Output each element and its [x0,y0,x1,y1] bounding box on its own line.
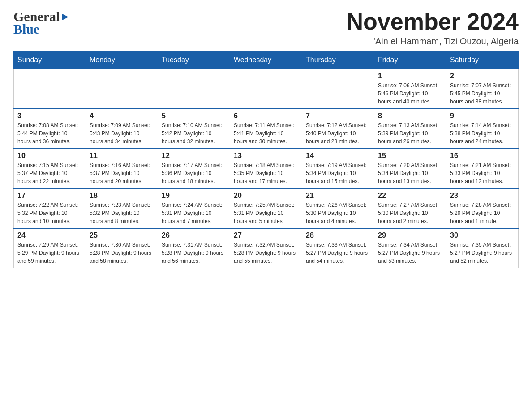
header-wednesday: Wednesday [230,51,302,69]
day-info: Sunrise: 7:11 AM Sunset: 5:41 PM Dayligh… [234,121,298,146]
day-info: Sunrise: 7:30 AM Sunset: 5:28 PM Dayligh… [90,241,154,265]
day-info: Sunrise: 7:29 AM Sunset: 5:29 PM Dayligh… [17,241,82,265]
day-info: Sunrise: 7:34 AM Sunset: 5:27 PM Dayligh… [378,241,442,265]
day-info: Sunrise: 7:19 AM Sunset: 5:34 PM Dayligh… [306,161,370,185]
day-number: 30 [450,231,515,240]
svg-marker-0 [62,14,69,20]
calendar-cell [86,69,158,109]
calendar-cell: 22Sunrise: 7:27 AM Sunset: 5:30 PM Dayli… [374,188,446,228]
week-row-5: 24Sunrise: 7:29 AM Sunset: 5:29 PM Dayli… [14,228,519,268]
calendar-cell: 17Sunrise: 7:22 AM Sunset: 5:32 PM Dayli… [14,188,86,228]
day-number: 8 [378,112,442,120]
calendar-cell: 20Sunrise: 7:25 AM Sunset: 5:31 PM Dayli… [230,188,302,228]
calendar-cell: 8Sunrise: 7:13 AM Sunset: 5:39 PM Daylig… [374,109,446,149]
calendar-cell: 1Sunrise: 7:06 AM Sunset: 5:46 PM Daylig… [374,69,446,109]
day-info: Sunrise: 7:09 AM Sunset: 5:43 PM Dayligh… [90,121,154,146]
day-info: Sunrise: 7:28 AM Sunset: 5:29 PM Dayligh… [450,201,515,225]
day-number: 2 [450,72,515,80]
calendar-cell: 24Sunrise: 7:29 AM Sunset: 5:29 PM Dayli… [14,228,86,268]
logo-triangle-icon [60,12,70,22]
day-number: 29 [378,231,442,240]
calendar-cell: 27Sunrise: 7:32 AM Sunset: 5:28 PM Dayli… [230,228,302,268]
day-number: 9 [450,112,515,120]
month-title: November 2024 [347,9,519,34]
day-info: Sunrise: 7:31 AM Sunset: 5:28 PM Dayligh… [162,241,226,265]
day-number: 23 [450,192,515,200]
day-info: Sunrise: 7:35 AM Sunset: 5:27 PM Dayligh… [450,241,515,265]
day-info: Sunrise: 7:22 AM Sunset: 5:32 PM Dayligh… [17,201,82,225]
week-row-4: 17Sunrise: 7:22 AM Sunset: 5:32 PM Dayli… [14,188,519,228]
day-number: 21 [306,192,370,200]
calendar-cell [158,69,230,109]
calendar-cell: 15Sunrise: 7:20 AM Sunset: 5:34 PM Dayli… [374,149,446,188]
day-info: Sunrise: 7:14 AM Sunset: 5:38 PM Dayligh… [450,121,515,146]
day-info: Sunrise: 7:27 AM Sunset: 5:30 PM Dayligh… [378,201,442,225]
day-info: Sunrise: 7:20 AM Sunset: 5:34 PM Dayligh… [378,161,442,185]
day-number: 11 [90,152,154,160]
calendar-cell: 28Sunrise: 7:33 AM Sunset: 5:27 PM Dayli… [302,228,374,268]
day-number: 22 [378,192,442,200]
day-number: 12 [162,152,226,160]
logo-blue-text: Blue [13,21,39,37]
calendar-cell: 11Sunrise: 7:16 AM Sunset: 5:37 PM Dayli… [86,149,158,188]
calendar-cell: 12Sunrise: 7:17 AM Sunset: 5:36 PM Dayli… [158,149,230,188]
calendar-cell: 19Sunrise: 7:24 AM Sunset: 5:31 PM Dayli… [158,188,230,228]
day-info: Sunrise: 7:24 AM Sunset: 5:31 PM Dayligh… [162,201,226,225]
day-info: Sunrise: 7:25 AM Sunset: 5:31 PM Dayligh… [234,201,298,225]
day-number: 14 [306,152,370,160]
calendar-cell: 21Sunrise: 7:26 AM Sunset: 5:30 PM Dayli… [302,188,374,228]
calendar-table: SundayMondayTuesdayWednesdayThursdayFrid… [13,51,519,268]
calendar-cell [302,69,374,109]
page-header: General Blue November 2024 'Ain el Hamma… [13,9,519,47]
calendar-cell: 18Sunrise: 7:23 AM Sunset: 5:32 PM Dayli… [86,188,158,228]
calendar-cell: 9Sunrise: 7:14 AM Sunset: 5:38 PM Daylig… [446,109,519,149]
calendar-cell: 5Sunrise: 7:10 AM Sunset: 5:42 PM Daylig… [158,109,230,149]
day-number: 27 [234,231,298,240]
day-number: 1 [378,72,442,80]
day-number: 6 [234,112,298,120]
day-info: Sunrise: 7:33 AM Sunset: 5:27 PM Dayligh… [306,241,370,265]
calendar-cell: 4Sunrise: 7:09 AM Sunset: 5:43 PM Daylig… [86,109,158,149]
day-info: Sunrise: 7:12 AM Sunset: 5:40 PM Dayligh… [306,121,370,146]
day-number: 7 [306,112,370,120]
calendar-cell: 2Sunrise: 7:07 AM Sunset: 5:45 PM Daylig… [446,69,519,109]
day-number: 17 [17,192,82,200]
day-number: 19 [162,192,226,200]
day-number: 3 [17,112,82,120]
day-info: Sunrise: 7:16 AM Sunset: 5:37 PM Dayligh… [90,161,154,185]
day-info: Sunrise: 7:26 AM Sunset: 5:30 PM Dayligh… [306,201,370,225]
day-info: Sunrise: 7:13 AM Sunset: 5:39 PM Dayligh… [378,121,442,146]
day-number: 25 [90,231,154,240]
day-info: Sunrise: 7:23 AM Sunset: 5:32 PM Dayligh… [90,201,154,225]
day-number: 13 [234,152,298,160]
day-number: 28 [306,231,370,240]
day-number: 15 [378,152,442,160]
day-number: 16 [450,152,515,160]
calendar-cell: 25Sunrise: 7:30 AM Sunset: 5:28 PM Dayli… [86,228,158,268]
title-block: November 2024 'Ain el Hammam, Tizi Ouzou… [347,9,519,47]
day-number: 20 [234,192,298,200]
calendar-cell: 10Sunrise: 7:15 AM Sunset: 5:37 PM Dayli… [14,149,86,188]
calendar-cell: 13Sunrise: 7:18 AM Sunset: 5:35 PM Dayli… [230,149,302,188]
calendar-cell: 26Sunrise: 7:31 AM Sunset: 5:28 PM Dayli… [158,228,230,268]
header-sunday: Sunday [14,51,86,69]
calendar-cell: 29Sunrise: 7:34 AM Sunset: 5:27 PM Dayli… [374,228,446,268]
day-info: Sunrise: 7:15 AM Sunset: 5:37 PM Dayligh… [17,161,82,185]
header-thursday: Thursday [302,51,374,69]
day-info: Sunrise: 7:17 AM Sunset: 5:36 PM Dayligh… [162,161,226,185]
day-info: Sunrise: 7:18 AM Sunset: 5:35 PM Dayligh… [234,161,298,185]
location-text: 'Ain el Hammam, Tizi Ouzou, Algeria [347,36,519,47]
day-number: 26 [162,231,226,240]
calendar-cell: 23Sunrise: 7:28 AM Sunset: 5:29 PM Dayli… [446,188,519,228]
day-info: Sunrise: 7:21 AM Sunset: 5:33 PM Dayligh… [450,161,515,185]
day-info: Sunrise: 7:10 AM Sunset: 5:42 PM Dayligh… [162,121,226,146]
day-info: Sunrise: 7:32 AM Sunset: 5:28 PM Dayligh… [234,241,298,265]
week-row-2: 3Sunrise: 7:08 AM Sunset: 5:44 PM Daylig… [14,109,519,149]
day-info: Sunrise: 7:06 AM Sunset: 5:46 PM Dayligh… [378,81,442,106]
day-number: 24 [17,231,82,240]
calendar-header-row: SundayMondayTuesdayWednesdayThursdayFrid… [14,51,519,69]
calendar-cell: 14Sunrise: 7:19 AM Sunset: 5:34 PM Dayli… [302,149,374,188]
calendar-cell: 30Sunrise: 7:35 AM Sunset: 5:27 PM Dayli… [446,228,519,268]
day-number: 10 [17,152,82,160]
logo: General Blue [13,9,70,37]
